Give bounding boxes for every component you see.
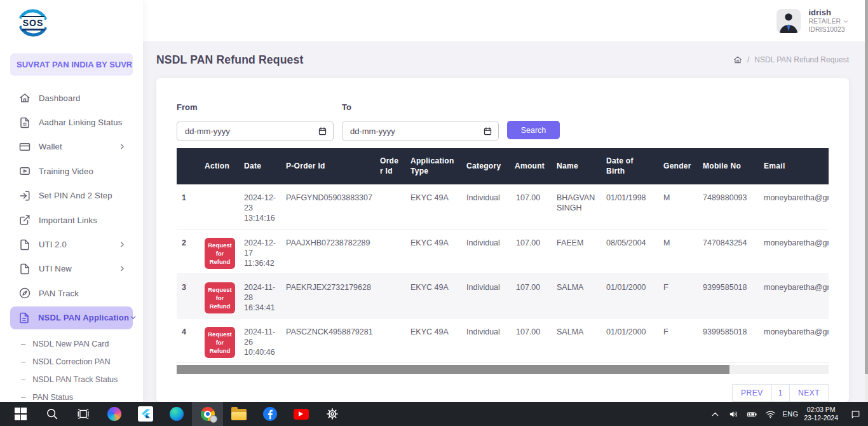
language-indicator[interactable]: ENG — [783, 410, 799, 418]
file-explorer-icon[interactable] — [223, 402, 254, 426]
chevron-down-icon — [843, 18, 849, 25]
sidebar-item-nsdl-pan-application[interactable]: NSDL PAN Application — [10, 306, 133, 329]
user-id: IDRIS10023 — [808, 25, 849, 34]
taskbar-apps — [0, 402, 348, 426]
request-refund-button[interactable]: Request for Refund — [205, 327, 235, 359]
to-date-field[interactable] — [349, 126, 483, 137]
from-date-field[interactable] — [184, 126, 318, 137]
avatar — [776, 9, 801, 33]
cell-category: Individual — [461, 318, 511, 362]
wifi-icon[interactable] — [764, 408, 777, 420]
page-title: NSDL PAN Refund Request — [156, 52, 303, 68]
tray-chevron-up-icon[interactable] — [709, 408, 722, 420]
sidebar-subitem-nsdl-pan-track-status[interactable]: NSDL PAN Track Status — [0, 371, 143, 388]
battery-icon[interactable] — [746, 408, 759, 420]
chevron-right-icon — [118, 142, 126, 151]
chrome-icon[interactable] — [192, 402, 223, 426]
sidebar-nav: Dashboard Aadhar Linking Status Wallet T… — [0, 86, 143, 329]
sidebar-subitem-nsdl-new-pan-card[interactable]: NSDL New PAN Card — [0, 335, 143, 353]
column-header-amount: Amount — [511, 148, 552, 184]
column-header-sn — [177, 148, 200, 184]
task-view-icon[interactable] — [67, 402, 98, 426]
sidebar-subitem-pan-status[interactable]: PAN Status — [0, 388, 143, 402]
sidebar-item-important-links[interactable]: Important Links — [0, 208, 143, 232]
cell-dob: 01/01/1998 — [601, 184, 658, 229]
sidebar-item-uti-new[interactable]: UTI New — [0, 257, 143, 281]
prev-page-button[interactable]: PREV — [732, 384, 772, 402]
sidebar-item-dashboard[interactable]: Dashboard — [0, 86, 143, 110]
page-scrollbar[interactable] — [865, 0, 868, 402]
cell-gender: F — [658, 273, 698, 318]
page-number-button[interactable]: 1 — [771, 384, 790, 402]
page-scrollbar-thumb[interactable] — [865, 0, 868, 374]
speaker-icon[interactable] — [728, 408, 740, 420]
cell-amount: 107.00 — [511, 184, 552, 229]
sidebar-item-set-pin-and-2-step[interactable]: Set PIN And 2 Step — [0, 184, 143, 208]
request-refund-button[interactable]: Request for Refund — [205, 282, 235, 314]
breadcrumb: / NSDL PAN Refund Request — [733, 55, 849, 64]
clock[interactable]: 02:03 PM 23-12-2024 — [804, 406, 838, 422]
youtube-icon[interactable] — [285, 402, 316, 426]
flutter-icon[interactable] — [130, 402, 161, 426]
sidebar: SOS SUVRAT PAN INDIA BY SUVR Dashboard A… — [0, 0, 143, 402]
cell-email: moneybaretha@gm — [759, 318, 829, 362]
cell-sn: 3 — [177, 273, 200, 318]
search-icon[interactable] — [36, 402, 67, 426]
to-label: To — [342, 102, 499, 113]
sidebar-item-pan-track[interactable]: PAN Track — [0, 281, 143, 305]
column-header-name: Name — [552, 148, 601, 184]
facebook-icon[interactable] — [254, 402, 285, 426]
filters: From To Search — [177, 102, 829, 141]
horizontal-scrollbar[interactable] — [177, 365, 829, 374]
cell-gender: M — [658, 229, 698, 273]
content-card: From To Search — [156, 78, 849, 402]
cell-application_type: EKYC 49A — [405, 318, 461, 362]
cell-name: BHAGVAN SINGH — [552, 184, 601, 229]
sidebar-item-aadhar-linking-status[interactable]: Aadhar Linking Status — [0, 110, 143, 134]
sidebar-item-wallet[interactable]: Wallet — [0, 135, 143, 159]
home-icon[interactable] — [733, 55, 742, 64]
clock-time: 02:03 PM — [804, 406, 838, 414]
request-refund-button[interactable]: Request for Refund — [205, 238, 235, 270]
cell-order_id — [376, 273, 405, 318]
sidebar-item-training-video[interactable]: Training Video — [0, 159, 143, 183]
cell-amount: 107.00 — [511, 229, 552, 273]
sidebar-subnav: NSDL New PAN Card NSDL Correction PAN NS… — [0, 335, 143, 402]
cell-name: SALMA — [552, 273, 601, 318]
compass-icon — [19, 287, 31, 299]
cell-mobile: 7489880093 — [698, 184, 759, 229]
file-text-icon — [19, 117, 31, 128]
from-date-input[interactable] — [177, 121, 334, 141]
cell-email: moneybaretha@gm — [759, 273, 829, 318]
notifications-icon[interactable] — [849, 408, 862, 420]
cell-dob: 08/05/2004 — [601, 229, 658, 273]
calendar-icon[interactable] — [483, 127, 492, 136]
cell-gender: M — [658, 184, 698, 229]
column-header-mobile: Mobile No — [698, 148, 759, 184]
settings-icon[interactable] — [316, 402, 348, 426]
horizontal-scrollbar-thumb[interactable] — [177, 365, 729, 374]
sidebar-item-uti-2-0[interactable]: UTI 2.0 — [0, 232, 143, 256]
edge-icon[interactable] — [161, 402, 192, 426]
sidebar-subitem-nsdl-correction-pan[interactable]: NSDL Correction PAN — [0, 353, 143, 371]
copilot-icon[interactable] — [98, 402, 130, 426]
cell-application_type: EKYC 49A — [405, 184, 461, 229]
chevron-down-icon — [129, 313, 137, 322]
search-button[interactable]: Search — [507, 121, 560, 139]
person-icon — [776, 9, 801, 33]
next-page-button[interactable]: NEXT — [789, 384, 829, 402]
cell-name: FAEEM — [552, 229, 601, 273]
home-icon — [19, 92, 31, 104]
user-menu[interactable]: idrish RETAILER IDRIS10023 — [776, 8, 849, 34]
column-header-p_order_id: P-Order Id — [281, 148, 376, 184]
cell-application_type: EKYC 49A — [405, 273, 461, 318]
calendar-icon[interactable] — [318, 127, 327, 136]
user-name: idrish — [808, 8, 849, 17]
cell-date: 2024-11-26 10:40:46 — [239, 318, 281, 362]
app-logo[interactable]: SOS — [17, 6, 50, 39]
start-icon[interactable] — [5, 402, 36, 426]
to-date-input[interactable] — [342, 121, 499, 141]
user-role: RETAILER — [808, 17, 841, 25]
org-name-pill[interactable]: SUVRAT PAN INDIA BY SUVR — [10, 53, 133, 76]
breadcrumb-current: NSDL PAN Refund Request — [754, 55, 849, 64]
